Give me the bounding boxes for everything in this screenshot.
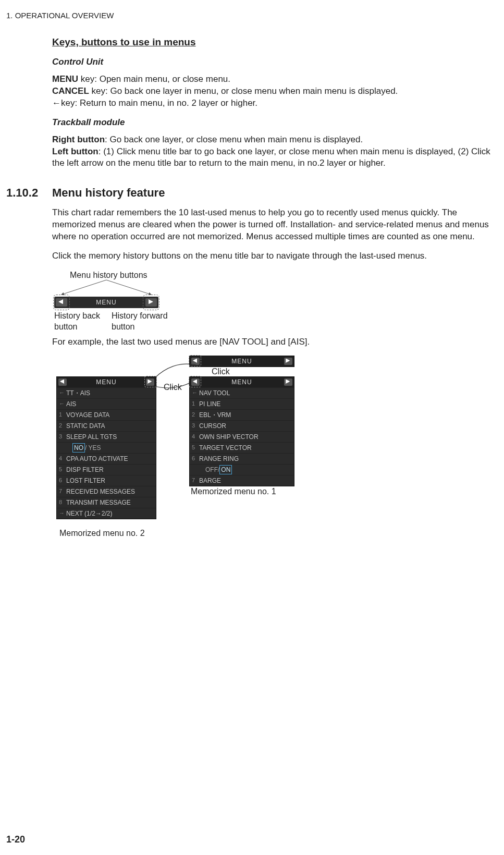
left-button-label: Left button [52, 146, 99, 156]
paragraph-example: For example, the last two used menus are… [52, 336, 493, 348]
paragraph-trackball: Right button: Go back one layer, or clos… [52, 134, 493, 170]
section-title-history: Menu history feature [52, 185, 165, 201]
panel-b-breadcrumb-text: NAV TOOL [199, 389, 292, 397]
label-history-forward: History forward button [112, 310, 179, 333]
panel-b-forward-icon[interactable]: ⯈ [284, 378, 292, 386]
menu-panel-navtool: ⯇ MENU ⯈ ←NAV TOOL 1PI LINE 2EBL・VRM 3CU… [189, 376, 294, 486]
list-item[interactable]: 6LOST FILTER [57, 475, 156, 486]
row-idx: 4 [192, 433, 199, 441]
panel-a-breadcrumb-text: TT・AIS [66, 389, 154, 397]
option-row[interactable]: NO/ YES [57, 442, 156, 453]
right-button-label: Right button [52, 135, 105, 144]
menu-bar-label: MENU [69, 298, 144, 307]
row-label: CURSOR [199, 422, 292, 430]
list-item[interactable]: 7BARGE [190, 475, 294, 486]
row-label: STATIC DATA [66, 422, 154, 430]
svg-line-1 [106, 280, 151, 295]
left-arrow-key-text: ←key: Return to main menu, in no. 2 laye… [52, 98, 257, 108]
list-item[interactable]: 5TARGET VECTOR [190, 442, 294, 453]
list-item[interactable]: 8TRANSMIT MESSAGE [57, 497, 156, 508]
row-label: VOYAGE DATA [66, 411, 154, 419]
row-label: TRANSMIT MESSAGE [66, 498, 154, 507]
svg-line-0 [62, 280, 106, 295]
row-idx: 1 [59, 411, 66, 419]
row-idx: 5 [192, 444, 199, 451]
menu-key-label: MENU [52, 74, 78, 84]
panel-a-sub: ←AIS [57, 398, 156, 409]
row-label: OWN SHIP VECTOR [199, 433, 292, 441]
row-label: CPA AUTO ACTIVATE [66, 455, 154, 463]
row-idx: 6 [59, 477, 66, 484]
list-item[interactable]: 4OWN SHIP VECTOR [190, 431, 294, 442]
dashed-panel-a-right [144, 376, 157, 387]
dashed-panel-b-left [189, 376, 201, 387]
row-label: EBL・VRM [199, 411, 292, 419]
paragraph-history-usage: Click the memory history buttons on the … [52, 250, 493, 262]
row-idx: 6 [192, 455, 199, 462]
label-click-side: Click [164, 382, 182, 393]
row-idx: 5 [59, 466, 66, 473]
panel-a-sub-text: AIS [66, 400, 154, 408]
caption-memorized-1: Memorized menu no. 1 [191, 486, 276, 497]
next-label: NEXT (1/2→2/2) [66, 509, 154, 518]
list-item[interactable]: 2EBL・VRM [190, 409, 294, 420]
menu-title-bar: ⯇ MENU ⯈ [54, 297, 158, 308]
option-row[interactable]: OFF/ON [190, 464, 294, 475]
option-rest: / YES [85, 444, 101, 452]
panel-a-breadcrumb: ←TT・AIS [57, 387, 156, 398]
caption-memorized-2: Memorized menu no. 2 [59, 528, 145, 539]
leader-lines [54, 279, 158, 297]
section-number: 1.10.2 [6, 185, 52, 201]
row-idx: 4 [59, 455, 66, 462]
left-button-text: : (1) Click menu title bar to go back on… [52, 146, 490, 168]
list-item[interactable]: 7RECEIVED MESSAGES [57, 486, 156, 497]
figure-menu-history-buttons: Menu history buttons ⯇ MENU ⯈ History ba… [54, 270, 190, 327]
list-item[interactable]: 2STATIC DATA [57, 420, 156, 431]
cancel-key-label: CANCEL [52, 86, 89, 96]
option-selected: NO [72, 443, 85, 453]
row-label: PI LINE [199, 400, 292, 408]
panel-b-titlebar: ⯇ MENU ⯈ [190, 377, 294, 387]
paragraph-control-unit: MENU key: Open main menu, or close menu.… [52, 74, 493, 109]
top-forward-icon[interactable]: ⯈ [284, 358, 292, 365]
figure-memorized-menus: ⯇ MENU ⯈ Click ⯇ MENU ⯈ ←TT・AIS [56, 356, 317, 554]
row-label: LOST FILTER [66, 477, 154, 485]
label-history-back: History back button [54, 310, 106, 333]
menu-key-text: key: Open main menu, or close menu. [78, 74, 230, 84]
dashed-outline-left [53, 295, 70, 310]
row-label: DISP FILTER [66, 466, 154, 474]
label-click-top: Click [212, 366, 230, 377]
panel-a-title: MENU [69, 378, 144, 386]
list-item[interactable]: 3CURSOR [190, 420, 294, 431]
cancel-key-text: key: Go back one layer in menu, or close… [89, 86, 398, 96]
row-label: BARGE [199, 477, 292, 485]
list-item[interactable]: 4CPA AUTO ACTIVATE [57, 453, 156, 464]
subheading-trackball: Trackball module [52, 117, 493, 129]
row-idx: 2 [59, 422, 66, 430]
next-arrow-icon: → [59, 509, 66, 517]
panel-a-back-icon[interactable]: ⯇ [58, 378, 67, 386]
list-item[interactable]: 1PI LINE [190, 398, 294, 409]
section-title-keys: Keys, buttons to use in menus [52, 35, 493, 49]
row-idx: 2 [192, 411, 199, 419]
list-item[interactable]: 5DISP FILTER [57, 464, 156, 475]
row-idx: 7 [59, 487, 66, 495]
dashed-outline-right [143, 295, 159, 310]
list-item[interactable]: 3SLEEP ALL TGTS [57, 431, 156, 442]
row-label: RANGE RING [199, 455, 292, 463]
option-rest: OFF/ [205, 466, 219, 474]
row-idx: 7 [192, 477, 199, 484]
row-idx: 3 [59, 433, 66, 441]
panel-b-breadcrumb: ←NAV TOOL [190, 387, 294, 398]
row-label: RECEIVED MESSAGES [66, 487, 154, 496]
row-idx: 3 [192, 422, 199, 430]
row-label: TARGET VECTOR [199, 444, 292, 452]
panel-a-titlebar: ⯇ MENU ⯈ [57, 377, 156, 387]
option-selected: ON [219, 465, 232, 474]
list-item[interactable]: 6RANGE RING [190, 453, 294, 464]
subheading-control-unit: Control Unit [52, 56, 493, 68]
paragraph-history-intro: This chart radar remembers the 10 last-u… [52, 207, 493, 243]
next-page-row[interactable]: →NEXT (1/2→2/2) [57, 508, 156, 519]
row-label: SLEEP ALL TGTS [66, 433, 154, 441]
list-item[interactable]: 1VOYAGE DATA [57, 409, 156, 420]
